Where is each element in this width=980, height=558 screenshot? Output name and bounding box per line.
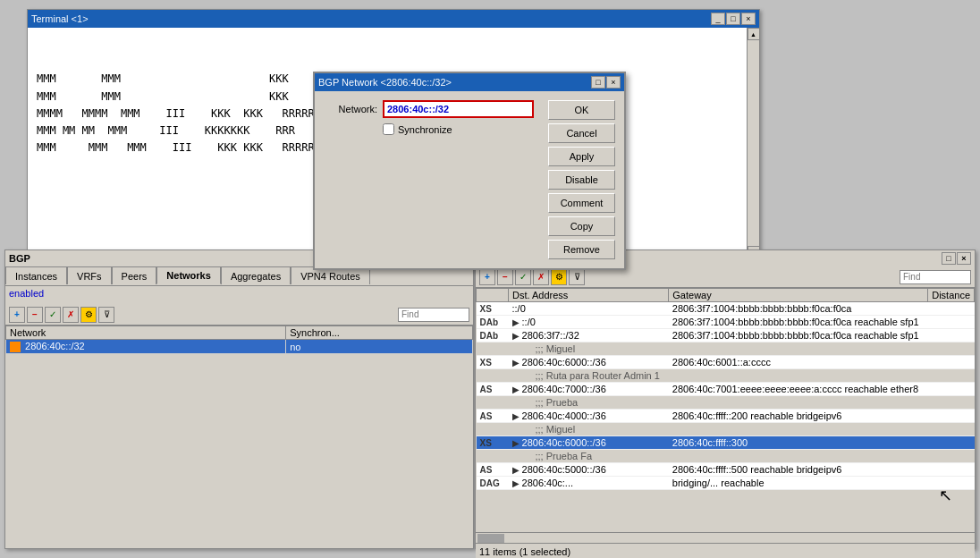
bgpnetwork-dialog-title: BGP Network <2806:40c::/32> xyxy=(318,77,452,88)
gateway-cell: 2806:40c:ffff::200 reachable bridgeipv6 xyxy=(669,410,928,423)
bgpnetwork-dialog-titlebar: BGP Network <2806:40c::/32> □ × xyxy=(315,73,624,91)
terminal-line-2 xyxy=(37,54,741,71)
network-row: Network: xyxy=(324,100,534,118)
type-cell xyxy=(477,450,509,463)
ipv6-add-button[interactable]: + xyxy=(479,269,495,285)
tab-instances[interactable]: Instances xyxy=(5,266,67,284)
ipv6-check-button[interactable]: ✓ xyxy=(515,269,531,285)
dst-cell: ▶ 2806:40c:6000::/36 xyxy=(509,356,669,369)
horizontal-scrollbar[interactable] xyxy=(476,532,975,543)
ipv6-window-controls: □ × xyxy=(942,252,971,265)
tab-vrfs[interactable]: VRFs xyxy=(67,266,112,284)
dialog-content: Network: Synchronize OK Cancel Apply Dis… xyxy=(315,91,624,268)
table-row[interactable]: DAG ▶ 2806:40c:... bridging/... reachabl… xyxy=(477,477,975,490)
table-row[interactable]: AS ▶ 2806:40c:5000::/36 2806:40c:ffff::5… xyxy=(477,463,975,477)
ipv6-maximize-button[interactable]: □ xyxy=(942,252,956,265)
cancel-button[interactable]: Cancel xyxy=(548,123,615,143)
dialog-fields: Network: Synchronize xyxy=(324,100,534,259)
tab-aggregates[interactable]: Aggregates xyxy=(221,266,291,284)
table-row[interactable]: ;;; Miguel xyxy=(477,423,975,436)
dialog-buttons: OK Cancel Apply Disable Comment Copy Rem… xyxy=(548,100,615,259)
col-type[interactable] xyxy=(477,289,509,302)
disable-button[interactable]: Disable xyxy=(548,170,615,190)
table-row[interactable]: ;;; Prueba xyxy=(477,396,975,410)
remove-button[interactable]: − xyxy=(27,307,43,323)
scroll-up-button[interactable]: ▲ xyxy=(748,28,760,40)
minimize-button[interactable]: _ xyxy=(711,13,725,25)
table-row[interactable]: ;;; Ruta para Router Admin 1 xyxy=(477,369,975,383)
table-row[interactable]: ;;; Prueba Fa xyxy=(477,450,975,463)
table-row[interactable]: ;;; Miguel xyxy=(477,342,975,356)
type-cell: XS xyxy=(477,302,509,316)
arrow-icon: ▶ xyxy=(512,385,520,394)
table-row[interactable]: DAb ▶ 2806:3f7::/32 2806:3f7:1004:bbbb:b… xyxy=(477,329,975,342)
type-cell xyxy=(477,423,509,436)
distance-cell xyxy=(928,302,975,316)
col-network[interactable]: Network xyxy=(6,326,286,340)
terminal-scrollbar[interactable]: ▲ ▼ xyxy=(747,28,759,258)
dialog-close-button[interactable]: × xyxy=(606,76,621,89)
remove-button[interactable]: Remove xyxy=(548,240,615,259)
type-cell xyxy=(477,369,509,383)
bgpnetwork-dialog: BGP Network <2806:40c::/32> □ × Network:… xyxy=(313,72,626,270)
distance-cell xyxy=(928,463,975,477)
synchronize-checkbox[interactable] xyxy=(383,123,394,135)
arrow-icon: ▶ xyxy=(512,438,520,448)
table-row[interactable]: AS ▶ 2806:40c:7000::/36 2806:40c:7001:ee… xyxy=(477,383,975,396)
type-cell: AS xyxy=(477,463,509,477)
gateway-cell: 2806:40c:ffff::500 reachable bridgeipv6 xyxy=(669,463,928,477)
col-distance[interactable]: Distance xyxy=(928,289,975,302)
arrow-icon: ▶ xyxy=(512,358,520,368)
dst-cell: ▶ 2806:40c:4000::/36 xyxy=(509,410,669,423)
comment-button[interactable]: Comment xyxy=(548,193,615,213)
check-button[interactable]: ✓ xyxy=(45,307,61,323)
maximize-button[interactable]: □ xyxy=(726,13,740,25)
gateway-cell: 2806:3f7:1004:bbbb:bbbb:bbbb:f0ca:f0ca r… xyxy=(669,329,928,342)
bgp-toolbar: + − ✓ ✗ ⚙ ⊽ xyxy=(5,304,473,326)
comment-cell: ;;; Miguel xyxy=(509,342,975,356)
type-cell: DAb xyxy=(477,329,509,342)
arrow-icon: ▶ xyxy=(512,465,520,475)
tab-peers[interactable]: Peers xyxy=(112,266,157,284)
ipv6-settings-button[interactable]: ⚙ xyxy=(551,269,567,285)
distance-cell xyxy=(928,356,975,369)
dialog-maximize-button[interactable]: □ xyxy=(591,76,605,89)
ipv6-find-input[interactable] xyxy=(900,270,971,284)
ipv6-filter-button[interactable]: ⊽ xyxy=(569,269,585,285)
ok-button[interactable]: OK xyxy=(548,100,615,120)
enabled-status: enabled xyxy=(9,288,44,299)
cross-button[interactable]: ✗ xyxy=(63,307,79,323)
settings-button[interactable]: ⚙ xyxy=(80,307,97,323)
comment-cell: ;;; Prueba Fa xyxy=(509,450,975,463)
ipv6-cross-button[interactable]: ✗ xyxy=(533,269,549,285)
table-row[interactable]: XS ::/0 2806:3f7:1004:bbbb:bbbb:bbbb:f0c… xyxy=(477,302,975,316)
network-label: Network: xyxy=(324,104,377,114)
type-cell: AS xyxy=(477,410,509,423)
distance-cell xyxy=(928,329,975,342)
network-input[interactable] xyxy=(383,100,534,118)
table-row[interactable]: 2806:40c::/32 no xyxy=(6,340,473,354)
ipv6-table: Dst. Address Gateway Distance XS ::/0 28… xyxy=(476,288,975,490)
copy-button[interactable]: Copy xyxy=(548,216,615,236)
synchronize-row: Synchronize xyxy=(383,123,534,135)
ipv6-close-button[interactable]: × xyxy=(957,252,971,265)
table-row[interactable]: DAb ▶ ::/0 2806:3f7:1004:bbbb:bbbb:bbbb:… xyxy=(477,316,975,329)
col-sync[interactable]: Synchron... xyxy=(286,326,473,340)
table-row[interactable]: AS ▶ 2806:40c:4000::/36 2806:40c:ffff::2… xyxy=(477,410,975,423)
table-row[interactable]: XS ▶ 2806:40c:6000::/36 2806:40c:6001::a… xyxy=(477,356,975,369)
tab-networks[interactable]: Networks xyxy=(156,266,221,284)
add-button[interactable]: + xyxy=(9,307,25,323)
sync-cell: no xyxy=(286,340,473,354)
close-button[interactable]: × xyxy=(741,13,756,25)
filter-button[interactable]: ⊽ xyxy=(98,307,114,323)
col-dst[interactable]: Dst. Address xyxy=(509,289,669,302)
ipv6-table-content[interactable]: Dst. Address Gateway Distance XS ::/0 28… xyxy=(476,288,975,532)
type-cell: XS xyxy=(477,436,509,450)
scroll-thumb[interactable] xyxy=(477,534,504,543)
ipv6-remove-button[interactable]: − xyxy=(497,269,513,285)
bgp-find-input[interactable] xyxy=(398,308,469,322)
col-gateway[interactable]: Gateway xyxy=(669,289,928,302)
apply-button[interactable]: Apply xyxy=(548,147,615,166)
terminal-title: Terminal <1> xyxy=(31,13,89,24)
table-row[interactable]: XS ▶ 2806:40c:6000::/36 2806:40c:ffff::3… xyxy=(477,436,975,450)
